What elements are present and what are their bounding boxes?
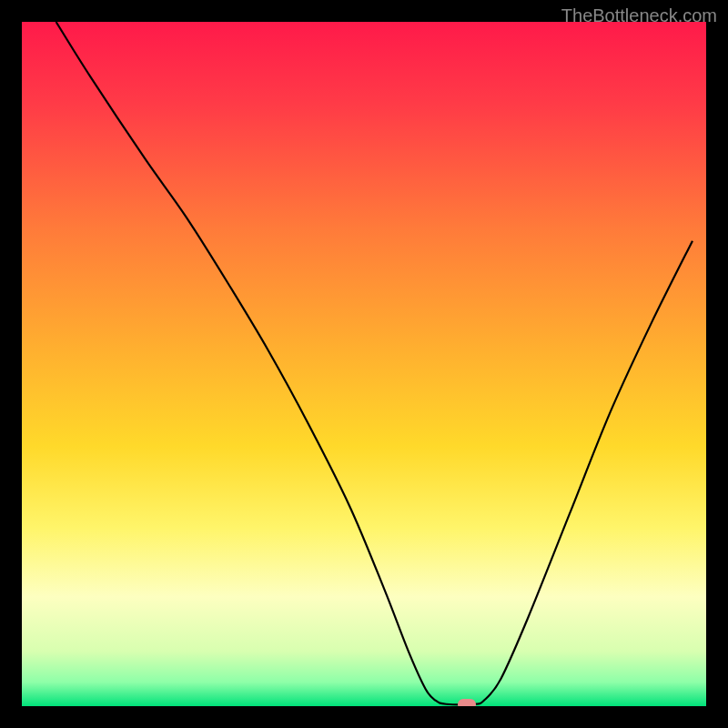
chart-plot-area <box>22 22 706 706</box>
chart-background <box>22 22 706 706</box>
watermark-text: TheBottleneck.com <box>561 5 717 26</box>
optimal-marker <box>458 699 476 706</box>
chart-svg <box>22 22 706 706</box>
